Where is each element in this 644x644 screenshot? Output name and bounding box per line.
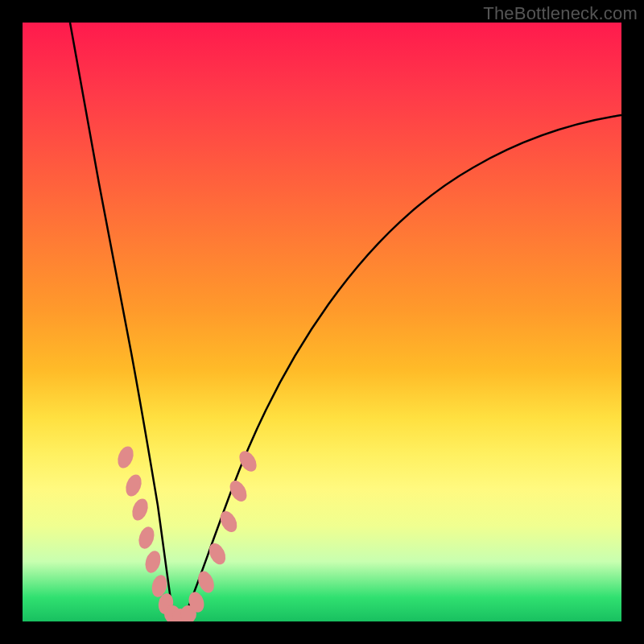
svg-point-3 [136, 525, 157, 551]
svg-point-12 [206, 540, 229, 567]
svg-point-1 [123, 473, 144, 498]
svg-point-4 [142, 549, 163, 575]
watermark-text: TheBottleneck.com [483, 3, 638, 24]
plot-area [23, 23, 621, 621]
curve-layer [23, 23, 621, 621]
curve-right-branch [184, 115, 621, 618]
svg-point-2 [130, 497, 151, 522]
svg-point-14 [226, 477, 250, 504]
svg-point-0 [115, 444, 136, 470]
chart-frame: TheBottleneck.com [0, 0, 644, 644]
curve-left-branch [70, 23, 174, 618]
